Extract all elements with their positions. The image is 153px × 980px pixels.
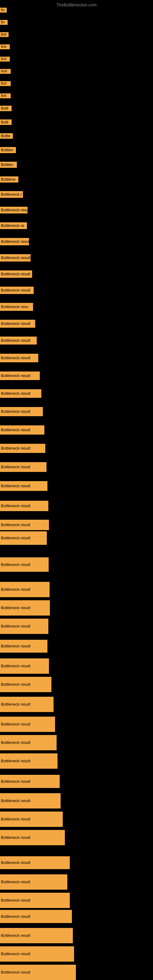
bottleneck-result-item: Bottleneck result — [0, 481, 48, 491]
bottleneck-result-item: Bottleneck result — [0, 600, 50, 616]
bottleneck-result-item: Bottleneck result — [0, 775, 60, 788]
bottleneck-result-item: Bottleneck result — [0, 856, 70, 869]
bottleneck-result-item: Bott — [0, 94, 11, 98]
bottleneck-result-item: Bottleneck result — [0, 238, 29, 245]
bottleneck-result-item: Bottleneck re — [0, 222, 27, 229]
bottleneck-result-item: Bottleneck result — [0, 286, 33, 294]
bottleneck-result-item: Bottleneck result — [0, 910, 72, 923]
bottleneck-result-item: Bottl — [0, 69, 11, 74]
bottleneck-result-item: Bottleneck resu — [0, 303, 33, 311]
bottleneck-result-item: Bottl — [0, 119, 12, 125]
bottleneck-result-item: Bottleneck result — [0, 717, 55, 732]
bottleneck-result-item: Bottleneck result — [0, 677, 51, 692]
bottleneck-result-item: Bottleneck result — [0, 811, 63, 827]
bottleneck-result-item: Bottleneck result — [0, 946, 74, 962]
bottleneck-result-item: Bott — [0, 32, 9, 37]
bottleneck-result-item: Bottleneck r — [0, 191, 23, 198]
bottleneck-result-item: Bottleneck result — [0, 557, 49, 572]
bottleneck-result-item: Bottleneck result — [0, 389, 41, 398]
bottleneck-result-item: Bottle — [0, 133, 13, 139]
bottleneck-result-item: Bottleneck result — [0, 425, 45, 434]
bottleneck-result-item: Bottleneck result — [0, 659, 49, 674]
bottleneck-result-item: Bo — [0, 20, 8, 25]
bottleneck-result-item: Bottleneck result — [0, 254, 30, 261]
bottleneck-result-item: Bottleneck result — [0, 462, 46, 472]
bottleneck-result-item: Bottleneck result — [0, 753, 57, 769]
bottleneck-result-item: Bott — [0, 57, 10, 62]
bottleneck-result-item: Bottleneck result — [0, 320, 35, 328]
bottleneck-result-item: Bottleneck result — [0, 371, 40, 380]
bottleneck-result-item: Bottleneck result — [0, 270, 32, 278]
bottleneck-result-item: Bottleneck result — [0, 965, 76, 980]
bottleneck-result-item: Bott — [0, 45, 10, 49]
bottleneck-result-item: Bottleneck result — [0, 354, 38, 362]
bottleneck-result-item: Bottleneck result — [0, 893, 70, 908]
bottleneck-result-item: Bottleneck result — [0, 501, 48, 511]
bottleneck-result-item: Bottleneck result — [0, 531, 47, 545]
bottleneck-result-item: Bottleneck result — [0, 640, 48, 652]
bottleneck-result-item: Bottleneck result — [0, 582, 49, 597]
bottleneck-result-item: Bottleneck result — [0, 619, 48, 634]
bottleneck-result-item: Bottlene — [0, 177, 18, 183]
bottleneck-result-item: Bottl — [0, 106, 12, 111]
bottleneck-result-item: Bottleneck result — [0, 407, 43, 416]
bottleneck-result-item: Bottleneck result — [0, 928, 73, 943]
bottleneck-result-item: Bottleneck result — [0, 830, 65, 845]
bottleneck-result-item: Bottlen — [0, 147, 16, 153]
bottleneck-result-item: Bott — [0, 81, 11, 86]
bottleneck-result-item: Bottleneck result — [0, 697, 54, 712]
bottleneck-result-item: Bottleneck result — [0, 337, 37, 345]
bottleneck-result-item: Bottleneck result — [0, 793, 61, 808]
site-title: TheBottlenecker.com — [0, 0, 153, 9]
bottleneck-result-item: Bo — [0, 8, 7, 13]
bottleneck-result-item: Bottlen — [0, 162, 17, 168]
bottleneck-result-item: Bottleneck result — [0, 520, 49, 530]
bottleneck-result-item: Bottleneck result — [0, 874, 67, 890]
bottleneck-result-item: Bottleneck result — [0, 735, 57, 750]
bottleneck-result-item: Bottleneck resul — [0, 207, 27, 213]
bottleneck-result-item: Bottleneck result — [0, 444, 45, 453]
